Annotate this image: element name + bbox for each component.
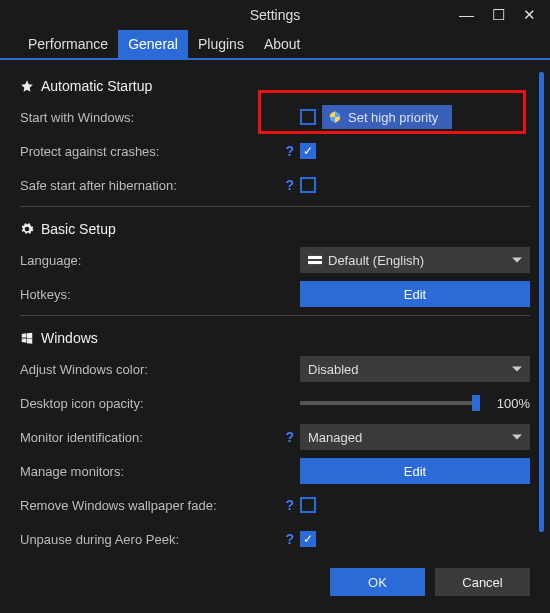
- section-windows: Windows: [20, 320, 530, 352]
- label-adjust-color: Adjust Windows color:: [20, 362, 280, 377]
- tab-about[interactable]: About: [254, 30, 311, 58]
- row-safe-start: Safe start after hibernation: ?: [20, 168, 530, 202]
- set-high-priority[interactable]: Set high priority: [322, 105, 452, 129]
- label-start-with-windows: Start with Windows:: [20, 110, 280, 125]
- scrollbar[interactable]: [539, 72, 544, 532]
- row-hotkeys: Hotkeys: Edit: [20, 277, 530, 311]
- cancel-button[interactable]: Cancel: [435, 568, 530, 596]
- set-high-priority-label: Set high priority: [348, 110, 438, 125]
- checkbox-start-with-windows[interactable]: [300, 109, 316, 125]
- checkbox-remove-fade[interactable]: [300, 497, 316, 513]
- section-basic-setup: Basic Setup: [20, 211, 530, 243]
- dropdown-adjust-color[interactable]: Disabled: [300, 356, 530, 382]
- label-protect-crashes: Protect against crashes:: [20, 144, 280, 159]
- tab-performance[interactable]: Performance: [18, 30, 118, 58]
- chevron-down-icon: [512, 258, 522, 263]
- settings-content: Automatic Startup Start with Windows: Se…: [0, 60, 550, 556]
- svg-rect-1: [308, 254, 322, 256]
- help-icon[interactable]: ?: [280, 497, 300, 513]
- dropdown-language-value: Default (English): [328, 253, 424, 268]
- label-unpause-peek: Unpause during Aero Peek:: [20, 532, 280, 547]
- row-protect-crashes: Protect against crashes: ?: [20, 134, 530, 168]
- dialog-footer: OK Cancel: [0, 556, 550, 596]
- label-remove-fade: Remove Windows wallpaper fade:: [20, 498, 280, 513]
- window-title: Settings: [250, 7, 301, 23]
- gear-icon: [20, 222, 34, 236]
- tab-bar: Performance General Plugins About: [0, 30, 550, 60]
- chevron-down-icon: [512, 367, 522, 372]
- section-title: Basic Setup: [41, 221, 116, 237]
- checkbox-unpause-peek[interactable]: [300, 531, 316, 547]
- window-controls: — ☐ ✕: [459, 0, 550, 24]
- dropdown-language[interactable]: Default (English): [300, 247, 530, 273]
- divider: [20, 206, 530, 207]
- maximize-button[interactable]: ☐: [492, 6, 505, 24]
- checkbox-protect-crashes[interactable]: [300, 143, 316, 159]
- title-bar: Settings — ☐ ✕: [0, 0, 550, 30]
- label-monitor-id: Monitor identification:: [20, 430, 280, 445]
- shield-icon: [328, 110, 342, 124]
- ok-button[interactable]: OK: [330, 568, 425, 596]
- row-icon-opacity: Desktop icon opacity: 100%: [20, 386, 530, 420]
- checkbox-safe-start[interactable]: [300, 177, 316, 193]
- tab-plugins[interactable]: Plugins: [188, 30, 254, 58]
- dropdown-monitor-id[interactable]: Managed: [300, 424, 530, 450]
- row-manage-monitors: Manage monitors: Edit: [20, 454, 530, 488]
- windows-icon: [20, 331, 34, 345]
- help-icon[interactable]: ?: [280, 429, 300, 445]
- row-adjust-color: Adjust Windows color: Disabled: [20, 352, 530, 386]
- label-icon-opacity: Desktop icon opacity:: [20, 396, 280, 411]
- dropdown-adjust-color-value: Disabled: [308, 362, 359, 377]
- slider-thumb[interactable]: [472, 395, 480, 411]
- help-icon[interactable]: ?: [280, 143, 300, 159]
- row-unpause-peek: Unpause during Aero Peek: ?: [20, 522, 530, 556]
- row-language: Language: Default (English): [20, 243, 530, 277]
- dropdown-monitor-id-value: Managed: [308, 430, 362, 445]
- tab-general[interactable]: General: [118, 30, 188, 58]
- svg-rect-3: [308, 264, 322, 266]
- section-title: Windows: [41, 330, 98, 346]
- row-remove-fade: Remove Windows wallpaper fade: ?: [20, 488, 530, 522]
- slider-icon-opacity[interactable]: [300, 401, 480, 405]
- svg-rect-2: [308, 259, 322, 261]
- label-language: Language:: [20, 253, 280, 268]
- help-icon[interactable]: ?: [280, 531, 300, 547]
- label-hotkeys: Hotkeys:: [20, 287, 280, 302]
- star-icon: [20, 79, 34, 93]
- row-start-with-windows: Start with Windows: Set high priority: [20, 100, 530, 134]
- edit-hotkeys-button[interactable]: Edit: [300, 281, 530, 307]
- close-button[interactable]: ✕: [523, 6, 536, 24]
- help-icon[interactable]: ?: [280, 177, 300, 193]
- divider: [20, 315, 530, 316]
- slider-value: 100%: [490, 396, 530, 411]
- label-manage-monitors: Manage monitors:: [20, 464, 280, 479]
- flag-icon: [308, 254, 322, 266]
- section-automatic-startup: Automatic Startup: [20, 68, 530, 100]
- row-monitor-id: Monitor identification: ? Managed: [20, 420, 530, 454]
- label-safe-start: Safe start after hibernation:: [20, 178, 280, 193]
- edit-monitors-button[interactable]: Edit: [300, 458, 530, 484]
- chevron-down-icon: [512, 435, 522, 440]
- minimize-button[interactable]: —: [459, 6, 474, 24]
- section-title: Automatic Startup: [41, 78, 152, 94]
